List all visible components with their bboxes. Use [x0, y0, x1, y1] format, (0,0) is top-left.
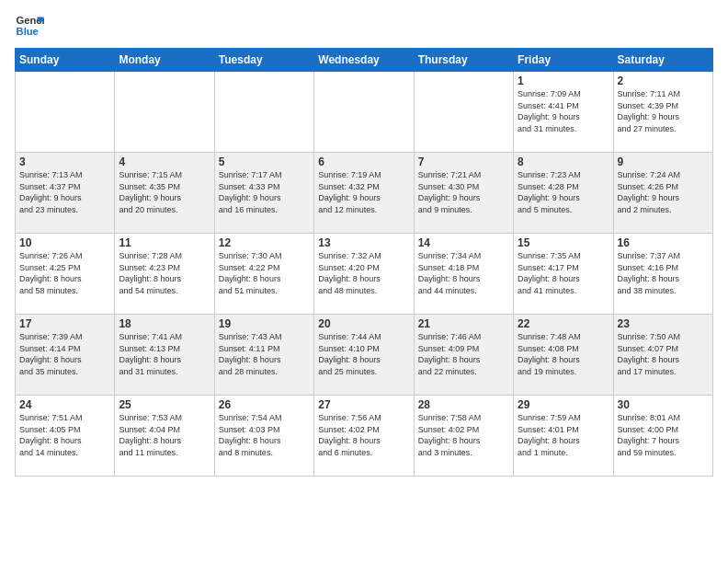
calendar-day: 2Sunrise: 7:11 AM Sunset: 4:39 PM Daylig…	[613, 72, 712, 153]
calendar-day: 24Sunrise: 7:51 AM Sunset: 4:05 PM Dayli…	[16, 396, 115, 477]
calendar-day: 22Sunrise: 7:48 AM Sunset: 4:08 PM Dayli…	[514, 315, 613, 396]
calendar-day: 17Sunrise: 7:39 AM Sunset: 4:14 PM Dayli…	[16, 315, 115, 396]
day-info: Sunrise: 7:09 AM Sunset: 4:41 PM Dayligh…	[518, 88, 609, 134]
weekday-header-monday: Monday	[115, 49, 214, 72]
calendar-day	[414, 72, 513, 153]
calendar-day	[314, 72, 414, 153]
day-number: 29	[518, 398, 609, 411]
calendar-day: 6Sunrise: 7:19 AM Sunset: 4:32 PM Daylig…	[314, 153, 414, 234]
day-info: Sunrise: 7:32 AM Sunset: 4:20 PM Dayligh…	[318, 250, 409, 296]
weekday-header-thursday: Thursday	[414, 49, 513, 72]
calendar-week-5: 24Sunrise: 7:51 AM Sunset: 4:05 PM Dayli…	[16, 396, 713, 477]
day-number: 8	[518, 155, 609, 168]
header: General Blue	[15, 11, 713, 40]
weekday-header-wednesday: Wednesday	[314, 49, 414, 72]
calendar-day: 28Sunrise: 7:58 AM Sunset: 4:02 PM Dayli…	[414, 396, 513, 477]
weekday-header-friday: Friday	[514, 49, 613, 72]
day-info: Sunrise: 7:30 AM Sunset: 4:22 PM Dayligh…	[219, 250, 310, 296]
calendar-day: 8Sunrise: 7:23 AM Sunset: 4:28 PM Daylig…	[514, 153, 613, 234]
day-number: 6	[318, 155, 409, 168]
calendar-day: 1Sunrise: 7:09 AM Sunset: 4:41 PM Daylig…	[514, 72, 613, 153]
day-number: 24	[19, 398, 110, 411]
calendar-day: 19Sunrise: 7:43 AM Sunset: 4:11 PM Dayli…	[214, 315, 313, 396]
calendar-day: 29Sunrise: 7:59 AM Sunset: 4:01 PM Dayli…	[514, 396, 613, 477]
calendar-day: 15Sunrise: 7:35 AM Sunset: 4:17 PM Dayli…	[514, 234, 613, 315]
calendar-day: 18Sunrise: 7:41 AM Sunset: 4:13 PM Dayli…	[115, 315, 214, 396]
day-info: Sunrise: 7:26 AM Sunset: 4:25 PM Dayligh…	[19, 250, 110, 296]
day-info: Sunrise: 7:28 AM Sunset: 4:23 PM Dayligh…	[119, 250, 210, 296]
day-number: 3	[19, 155, 110, 168]
day-info: Sunrise: 7:46 AM Sunset: 4:09 PM Dayligh…	[418, 331, 509, 377]
weekday-header-row: SundayMondayTuesdayWednesdayThursdayFrid…	[16, 49, 713, 72]
logo-icon: General Blue	[15, 11, 44, 40]
day-info: Sunrise: 8:01 AM Sunset: 4:00 PM Dayligh…	[618, 412, 709, 458]
calendar-day: 12Sunrise: 7:30 AM Sunset: 4:22 PM Dayli…	[214, 234, 313, 315]
day-number: 4	[119, 155, 210, 168]
day-info: Sunrise: 7:21 AM Sunset: 4:30 PM Dayligh…	[418, 169, 509, 215]
calendar: SundayMondayTuesdayWednesdayThursdayFrid…	[15, 48, 713, 477]
day-number: 16	[618, 236, 709, 249]
day-number: 21	[418, 317, 509, 330]
day-number: 27	[318, 398, 409, 411]
day-info: Sunrise: 7:44 AM Sunset: 4:10 PM Dayligh…	[318, 331, 409, 377]
day-number: 20	[318, 317, 409, 330]
day-number: 7	[418, 155, 509, 168]
day-number: 2	[618, 75, 709, 87]
day-number: 13	[318, 236, 409, 249]
day-number: 11	[119, 236, 210, 249]
day-info: Sunrise: 7:23 AM Sunset: 4:28 PM Dayligh…	[518, 169, 609, 215]
day-number: 25	[119, 398, 210, 411]
day-number: 19	[219, 317, 310, 330]
day-info: Sunrise: 7:59 AM Sunset: 4:01 PM Dayligh…	[518, 412, 609, 458]
page: General Blue SundayMondayTuesdayWednesda…	[0, 0, 728, 563]
calendar-week-1: 1Sunrise: 7:09 AM Sunset: 4:41 PM Daylig…	[16, 72, 713, 153]
calendar-day: 27Sunrise: 7:56 AM Sunset: 4:02 PM Dayli…	[314, 396, 414, 477]
calendar-day: 13Sunrise: 7:32 AM Sunset: 4:20 PM Dayli…	[314, 234, 414, 315]
day-info: Sunrise: 7:24 AM Sunset: 4:26 PM Dayligh…	[618, 169, 709, 215]
day-info: Sunrise: 7:19 AM Sunset: 4:32 PM Dayligh…	[318, 169, 409, 215]
calendar-day: 20Sunrise: 7:44 AM Sunset: 4:10 PM Dayli…	[314, 315, 414, 396]
calendar-day	[16, 72, 115, 153]
day-number: 18	[119, 317, 210, 330]
calendar-day: 7Sunrise: 7:21 AM Sunset: 4:30 PM Daylig…	[414, 153, 513, 234]
day-info: Sunrise: 7:48 AM Sunset: 4:08 PM Dayligh…	[518, 331, 609, 377]
day-info: Sunrise: 7:17 AM Sunset: 4:33 PM Dayligh…	[219, 169, 310, 215]
calendar-day: 26Sunrise: 7:54 AM Sunset: 4:03 PM Dayli…	[214, 396, 313, 477]
calendar-day: 5Sunrise: 7:17 AM Sunset: 4:33 PM Daylig…	[214, 153, 313, 234]
day-info: Sunrise: 7:54 AM Sunset: 4:03 PM Dayligh…	[219, 412, 310, 458]
calendar-week-2: 3Sunrise: 7:13 AM Sunset: 4:37 PM Daylig…	[16, 153, 713, 234]
calendar-day: 9Sunrise: 7:24 AM Sunset: 4:26 PM Daylig…	[613, 153, 712, 234]
day-number: 28	[418, 398, 509, 411]
calendar-day: 16Sunrise: 7:37 AM Sunset: 4:16 PM Dayli…	[613, 234, 712, 315]
day-number: 15	[518, 236, 609, 249]
day-info: Sunrise: 7:58 AM Sunset: 4:02 PM Dayligh…	[418, 412, 509, 458]
day-info: Sunrise: 7:39 AM Sunset: 4:14 PM Dayligh…	[19, 331, 110, 377]
day-number: 5	[219, 155, 310, 168]
calendar-day: 14Sunrise: 7:34 AM Sunset: 4:18 PM Dayli…	[414, 234, 513, 315]
day-info: Sunrise: 7:15 AM Sunset: 4:35 PM Dayligh…	[119, 169, 210, 215]
day-number: 10	[19, 236, 110, 249]
day-info: Sunrise: 7:56 AM Sunset: 4:02 PM Dayligh…	[318, 412, 409, 458]
day-number: 26	[219, 398, 310, 411]
weekday-header-sunday: Sunday	[16, 49, 115, 72]
calendar-day	[214, 72, 313, 153]
calendar-day: 11Sunrise: 7:28 AM Sunset: 4:23 PM Dayli…	[115, 234, 214, 315]
day-info: Sunrise: 7:37 AM Sunset: 4:16 PM Dayligh…	[618, 250, 709, 296]
day-info: Sunrise: 7:53 AM Sunset: 4:04 PM Dayligh…	[119, 412, 210, 458]
day-info: Sunrise: 7:35 AM Sunset: 4:17 PM Dayligh…	[518, 250, 609, 296]
calendar-day: 25Sunrise: 7:53 AM Sunset: 4:04 PM Dayli…	[115, 396, 214, 477]
day-info: Sunrise: 7:50 AM Sunset: 4:07 PM Dayligh…	[618, 331, 709, 377]
day-number: 17	[19, 317, 110, 330]
logo: General Blue	[15, 11, 44, 40]
day-number: 14	[418, 236, 509, 249]
calendar-day	[115, 72, 214, 153]
day-number: 30	[618, 398, 709, 411]
day-info: Sunrise: 7:34 AM Sunset: 4:18 PM Dayligh…	[418, 250, 509, 296]
calendar-day: 4Sunrise: 7:15 AM Sunset: 4:35 PM Daylig…	[115, 153, 214, 234]
day-info: Sunrise: 7:51 AM Sunset: 4:05 PM Dayligh…	[19, 412, 110, 458]
day-info: Sunrise: 7:13 AM Sunset: 4:37 PM Dayligh…	[19, 169, 110, 215]
calendar-day: 10Sunrise: 7:26 AM Sunset: 4:25 PM Dayli…	[16, 234, 115, 315]
calendar-day: 21Sunrise: 7:46 AM Sunset: 4:09 PM Dayli…	[414, 315, 513, 396]
day-number: 12	[219, 236, 310, 249]
day-number: 1	[518, 75, 609, 87]
